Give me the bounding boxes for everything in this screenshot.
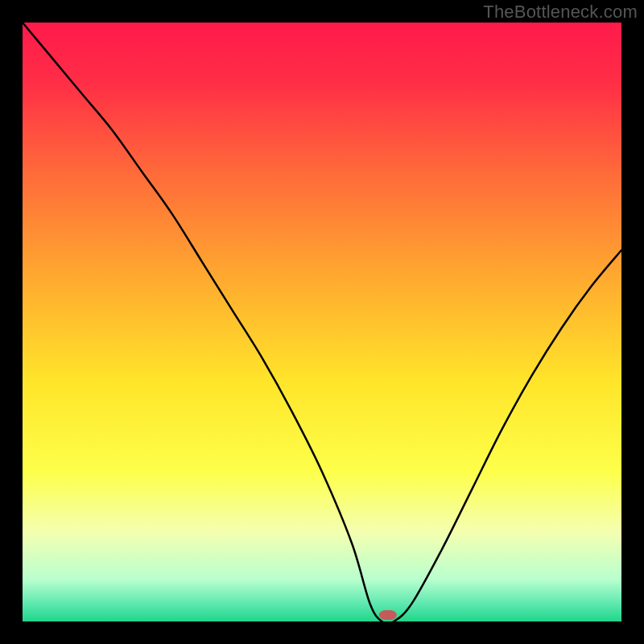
optimum-marker: [379, 610, 397, 620]
chart-gradient-background: [23, 23, 621, 621]
watermark-text: TheBottleneck.com: [483, 2, 638, 23]
chart-frame: TheBottleneck.com: [0, 0, 644, 644]
bottleneck-chart: [0, 0, 644, 644]
